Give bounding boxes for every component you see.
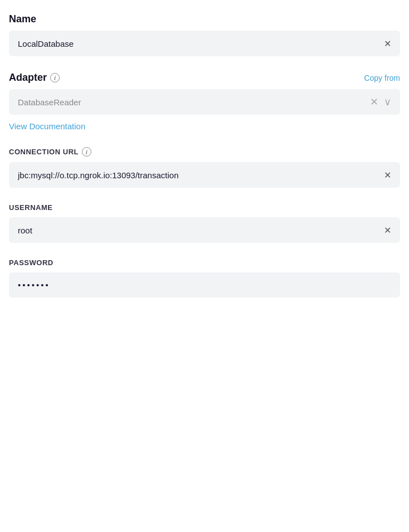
password-field-row: •••••••	[9, 272, 400, 297]
password-section: PASSWORD •••••••	[9, 258, 400, 297]
name-section: Name LocalDatabase ✕	[9, 13, 400, 56]
name-clear-button[interactable]: ✕	[379, 38, 391, 48]
adapter-clear-icon: ✕	[370, 96, 378, 108]
password-label: PASSWORD	[9, 258, 400, 267]
adapter-field-row: DatabaseReader ✕ ∨	[9, 89, 400, 115]
name-label: Name	[9, 13, 400, 25]
copy-from-button[interactable]: Copy from	[364, 74, 400, 82]
connection-url-label: CONNECTION URL i	[9, 147, 400, 157]
adapter-info-icon[interactable]: i	[50, 73, 60, 82]
adapter-label: Adapter i	[9, 72, 60, 84]
adapter-value: DatabaseReader	[18, 97, 370, 107]
password-value: •••••••	[18, 280, 391, 290]
name-label-text: Name	[9, 13, 36, 25]
view-documentation-link[interactable]: View Documentation	[9, 121, 85, 131]
chevron-down-icon: ∨	[384, 96, 391, 108]
username-label: USERNAME	[9, 203, 400, 212]
name-field-row: LocalDatabase ✕	[9, 31, 400, 56]
name-clear-icon: ✕	[384, 39, 391, 48]
adapter-label-text: Adapter	[9, 72, 47, 84]
username-label-text: USERNAME	[9, 203, 53, 212]
connection-url-value: jbc:mysql://o.tcp.ngrok.io:13093/transac…	[18, 170, 379, 180]
username-value: root	[18, 226, 379, 235]
connection-url-info-icon[interactable]: i	[82, 147, 91, 157]
adapter-controls: ✕ ∨	[370, 97, 391, 107]
username-field-row: root ✕	[9, 217, 400, 243]
connection-url-clear-button[interactable]: ✕	[379, 170, 391, 180]
connection-url-field-row: jbc:mysql://o.tcp.ngrok.io:13093/transac…	[9, 162, 400, 188]
connection-url-clear-icon: ✕	[384, 170, 391, 180]
adapter-clear-button[interactable]: ✕	[370, 97, 378, 107]
connection-url-section: CONNECTION URL i jbc:mysql://o.tcp.ngrok…	[9, 147, 400, 188]
adapter-section: Adapter i Copy from DatabaseReader ✕ ∨ V…	[9, 72, 400, 131]
password-label-text: PASSWORD	[9, 258, 53, 267]
username-clear-icon: ✕	[384, 226, 391, 235]
adapter-dropdown-button[interactable]: ∨	[382, 97, 391, 107]
username-clear-button[interactable]: ✕	[379, 225, 391, 235]
connection-url-label-text: CONNECTION URL	[9, 148, 79, 156]
username-section: USERNAME root ✕	[9, 203, 400, 243]
adapter-header: Adapter i Copy from	[9, 72, 400, 84]
name-value: LocalDatabase	[18, 39, 379, 48]
